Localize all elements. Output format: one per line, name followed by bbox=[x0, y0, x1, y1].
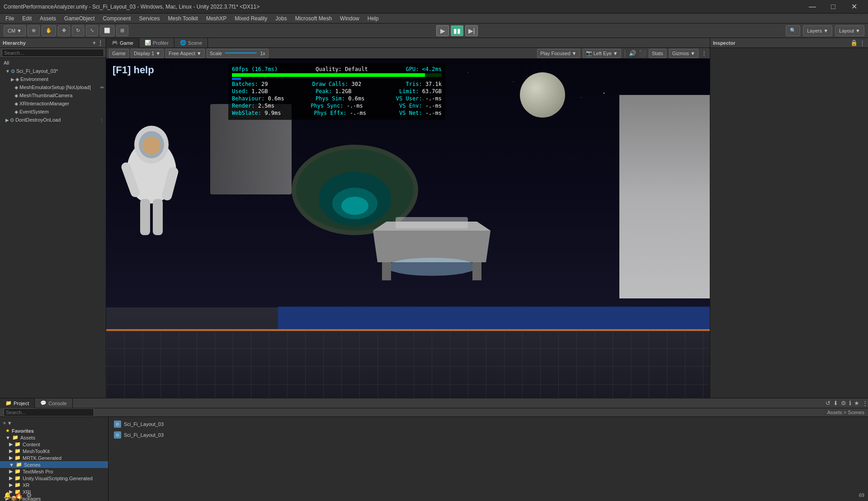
project-add-icon[interactable]: + bbox=[3, 420, 6, 426]
audio-icon[interactable]: 🔊 bbox=[629, 50, 636, 57]
gameobject-icon-2: ◈ bbox=[14, 85, 18, 90]
scene-file-1[interactable]: ⊙ Sci_Fi_Layout_03 bbox=[110, 419, 866, 430]
project-folder-mrtk[interactable]: ▶ 📁 MRTK.Generated bbox=[0, 454, 108, 461]
tab-project[interactable]: 📁 Project bbox=[0, 398, 35, 408]
project-folder-scenes[interactable]: ▼ 📁 Scenes bbox=[0, 461, 108, 468]
menu-help[interactable]: Help bbox=[364, 14, 382, 23]
display-dropdown[interactable]: Display 1 ▼ bbox=[131, 49, 164, 58]
pause-button[interactable]: ▮▮ bbox=[451, 25, 463, 36]
vr-icon[interactable]: ⬛ bbox=[639, 50, 646, 57]
quality-value: Quality: Default bbox=[316, 66, 368, 72]
window-controls[interactable]: — □ ✕ bbox=[802, 0, 864, 14]
rotate-btn[interactable]: ↻ bbox=[72, 25, 84, 36]
inspector-content bbox=[710, 48, 868, 398]
play-button[interactable]: ▶ bbox=[436, 25, 449, 36]
tab-scene[interactable]: 🌐 Scene bbox=[175, 38, 208, 48]
hierarchy-item-meshthumbnail[interactable]: ◈ MeshThumbnailCamera bbox=[0, 91, 106, 99]
settings-icon-status[interactable]: ⚙ bbox=[26, 492, 32, 499]
rect-btn[interactable]: ⬜ bbox=[100, 25, 114, 36]
bottom-more-icon[interactable]: ⋮ bbox=[862, 400, 868, 406]
project-folder-favorites[interactable]: ★ Favorites bbox=[0, 427, 108, 434]
step-button[interactable]: ▶| bbox=[465, 25, 478, 36]
menu-meshtoolkit[interactable]: Mesh Toolkit bbox=[164, 14, 201, 23]
game-toolbar-right: Play Focused ▼ 📷 Left Eye ▼ 🔊 ⬛ Stats Gi… bbox=[537, 49, 707, 58]
inspector-lock-icon[interactable]: 🔒 bbox=[850, 39, 858, 46]
star-icon[interactable]: ★ bbox=[854, 400, 859, 406]
menu-mixedreality[interactable]: Mixed Reality bbox=[231, 14, 271, 23]
transform-btn[interactable]: ⊞ bbox=[116, 25, 128, 36]
main-layout: Hierarchy + ⋮ All ▼ ⊙ Sci_Fi_Layout_03* bbox=[0, 38, 868, 398]
scene-icon: ⊙ bbox=[11, 68, 15, 74]
svg-rect-7 bbox=[153, 199, 163, 235]
play-focused-dropdown[interactable]: Play Focused ▼ bbox=[537, 49, 580, 58]
breadcrumb-search[interactable] bbox=[4, 408, 94, 416]
hierarchy-item-eventsystem[interactable]: ◈ EventSystem bbox=[0, 108, 106, 116]
stats-button[interactable]: Stats bbox=[649, 49, 666, 58]
inspector-more-icon[interactable]: ⋮ bbox=[859, 39, 865, 46]
project-folder-content[interactable]: ▶ 📁 Content bbox=[0, 441, 108, 448]
scale-btn[interactable]: ⤡ bbox=[86, 25, 98, 36]
refresh-icon[interactable]: ↺ bbox=[826, 400, 830, 406]
hierarchy-search-input[interactable] bbox=[2, 49, 104, 57]
search-button[interactable]: 🔍 bbox=[786, 25, 800, 36]
import-icon[interactable]: ⬇ bbox=[833, 400, 838, 406]
menu-jobs[interactable]: Jobs bbox=[272, 14, 290, 23]
hierarchy-item-dontdestroy[interactable]: ▶ ⊙ DontDestroyOnLoad ⋮ bbox=[0, 116, 106, 124]
fire-icon[interactable]: 🔥 bbox=[15, 492, 23, 499]
hand-btn[interactable]: ✋ bbox=[42, 25, 56, 36]
hierarchy-add-icon[interactable]: + bbox=[93, 40, 96, 46]
tools-btn[interactable]: ⊕ bbox=[28, 25, 40, 36]
project-search-input[interactable] bbox=[4, 408, 94, 416]
overflow-icon[interactable]: ⋮ bbox=[701, 50, 707, 57]
gpu-value: GPU: <4.2ms bbox=[406, 66, 442, 72]
hierarchy-item-meshemulator[interactable]: ◈ MeshEmulatorSetup [NoUpload] ✏ bbox=[0, 83, 106, 91]
project-folder-assets[interactable]: ▼ 📁 Assets bbox=[0, 434, 108, 441]
project-down-icon[interactable]: ▾ bbox=[8, 420, 11, 426]
info-icon[interactable]: ℹ bbox=[849, 400, 851, 406]
menu-meshxp[interactable]: MeshXP bbox=[203, 14, 230, 23]
hierarchy-item-scene[interactable]: ▼ ⊙ Sci_Fi_Layout_03* bbox=[0, 67, 106, 75]
menu-services[interactable]: Services bbox=[135, 14, 163, 23]
hierarchy-menu-icon[interactable]: ⋮ bbox=[98, 40, 103, 46]
aspect-dropdown[interactable]: Free Aspect ▼ bbox=[165, 49, 205, 58]
scene-file-icon-1: ⊙ bbox=[114, 421, 121, 428]
move-btn[interactable]: ✥ bbox=[58, 25, 70, 36]
maximize-button[interactable]: □ bbox=[823, 0, 844, 14]
menu-edit[interactable]: Edit bbox=[19, 14, 35, 23]
status-left: 🔔 🔥 ⚙ bbox=[4, 492, 32, 499]
hierarchy-item-all[interactable]: All bbox=[0, 59, 106, 67]
menu-gameobject[interactable]: GameObject bbox=[61, 14, 98, 23]
scale-control[interactable]: Scale ━━━━━━━━━━ 1x bbox=[207, 49, 269, 58]
astronaut-figure bbox=[115, 118, 188, 253]
settings-icon[interactable]: ⚙ bbox=[841, 400, 846, 406]
camera-dropdown[interactable]: 📷 Left Eye ▼ bbox=[583, 49, 621, 58]
game-label: Game bbox=[109, 49, 129, 58]
tab-game[interactable]: 🎮 Game bbox=[106, 38, 139, 48]
project-folder-xr[interactable]: ▶ 📁 XR bbox=[0, 482, 108, 488]
svg-point-3 bbox=[142, 137, 160, 155]
game-toolbar: Game Display 1 ▼ Free Aspect ▼ Scale ━━━… bbox=[106, 48, 710, 59]
center-console bbox=[359, 194, 504, 285]
tab-profiler[interactable]: 📊 Profiler bbox=[139, 38, 175, 48]
close-button[interactable]: ✕ bbox=[844, 0, 864, 14]
menu-microsoftmesh[interactable]: Microsoft Mesh bbox=[292, 14, 335, 23]
gizmos-dropdown[interactable]: Gizmos ▼ bbox=[669, 49, 698, 58]
hierarchy-item-xrinteraction[interactable]: ◈ XRInteractionManager bbox=[0, 99, 106, 108]
hierarchy-item-environment[interactable]: ▶ ◈ Environment bbox=[0, 75, 106, 83]
layout-dropdown[interactable]: Layout ▼ bbox=[835, 25, 864, 36]
layers-dropdown[interactable]: Layers ▼ bbox=[803, 25, 832, 36]
project-folder-visualscripting[interactable]: ▶ 📁 Unity.VisualScripting.Generated bbox=[0, 475, 108, 482]
minimize-button[interactable]: — bbox=[802, 0, 823, 14]
menu-file[interactable]: File bbox=[2, 14, 18, 23]
project-folder-meshtoolkit[interactable]: ▶ 📁 MeshToolKit bbox=[0, 448, 108, 454]
cm-dropdown[interactable]: CM ▼ bbox=[4, 25, 26, 36]
menu-assets[interactable]: Assets bbox=[36, 14, 60, 23]
stats-bar bbox=[232, 73, 442, 77]
menu-window[interactable]: Window bbox=[336, 14, 363, 23]
scene-file-2[interactable]: ⊙ Sci_Fi_Layout_03 bbox=[110, 430, 866, 440]
notification-icon[interactable]: 🔔 bbox=[4, 492, 11, 499]
tab-console[interactable]: 💬 Console bbox=[35, 398, 72, 408]
menu-component[interactable]: Component bbox=[99, 14, 134, 23]
project-folder-textmesh[interactable]: ▶ 📁 TextMesh Pro bbox=[0, 468, 108, 475]
right-wall bbox=[619, 95, 710, 298]
